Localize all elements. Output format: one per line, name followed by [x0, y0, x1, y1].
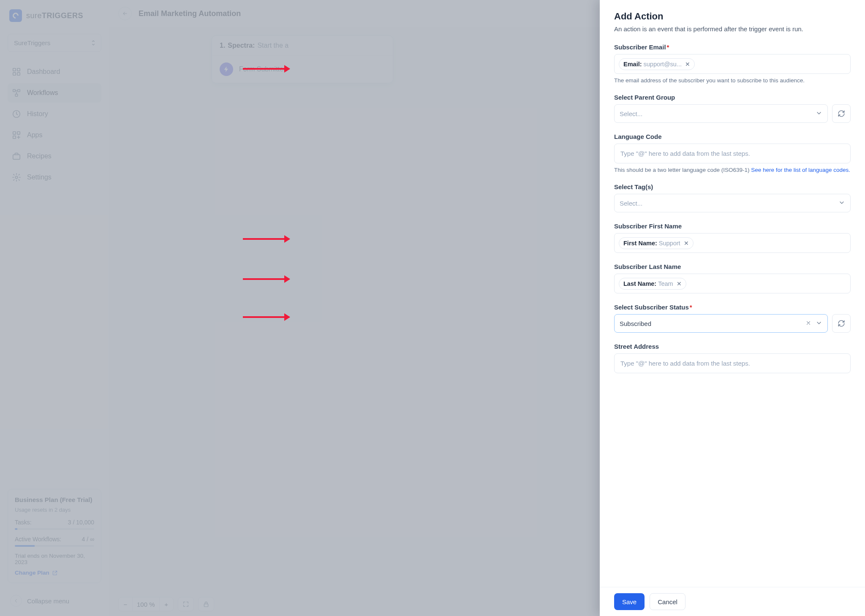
panel-footer: Save Cancel — [600, 587, 865, 616]
pill-remove-icon[interactable]: ✕ — [685, 61, 690, 68]
field-last-name: Subscriber Last Name Last Name: Team ✕ — [614, 263, 851, 293]
chevron-down-icon — [816, 320, 822, 328]
pill-remove-icon[interactable]: ✕ — [684, 240, 689, 247]
label-first-name: Subscriber First Name — [614, 223, 851, 230]
pill-last-name[interactable]: Last Name: Team ✕ — [619, 278, 686, 290]
action-panel: Add Action An action is an event that is… — [600, 0, 865, 616]
label-parent-group: Select Parent Group — [614, 94, 851, 101]
panel-subtitle: An action is an event that is performed … — [614, 25, 851, 33]
pill-first-name[interactable]: First Name: Support ✕ — [619, 237, 694, 249]
chevron-down-icon — [838, 199, 845, 207]
field-subscriber-email: Subscriber Email* Email: support@su... ✕… — [614, 43, 851, 84]
label-last-name: Subscriber Last Name — [614, 263, 851, 270]
select-subscriber-status[interactable]: Subscribed — [614, 314, 828, 333]
field-tags: Select Tag(s) Select... — [614, 183, 851, 212]
input-first-name-text[interactable] — [696, 237, 846, 249]
language-codes-link[interactable]: See here for the list of language codes. — [751, 167, 850, 173]
annotation-arrow — [243, 278, 289, 280]
panel-title: Add Action — [614, 11, 851, 22]
select-tags[interactable]: Select... — [614, 194, 851, 212]
cancel-button[interactable]: Cancel — [650, 593, 685, 610]
input-last-name[interactable]: Last Name: Team ✕ — [614, 274, 851, 293]
label-street: Street Address — [614, 343, 851, 350]
refresh-status-button[interactable] — [832, 314, 851, 333]
label-subscriber-status: Select Subscriber Status* — [614, 304, 851, 311]
annotation-arrow — [243, 316, 289, 318]
field-parent-group: Select Parent Group Select... — [614, 94, 851, 123]
input-last-name-text[interactable] — [689, 277, 846, 290]
input-first-name[interactable]: First Name: Support ✕ — [614, 233, 851, 253]
helper-language-code: This should be a two letter language cod… — [614, 167, 851, 173]
input-street-text[interactable] — [619, 357, 846, 369]
select-parent-group[interactable]: Select... — [614, 104, 828, 123]
field-street: Street Address — [614, 343, 851, 373]
field-language-code: Language Code This should be a two lette… — [614, 133, 851, 173]
input-subscriber-email[interactable]: Email: support@su... ✕ — [614, 54, 851, 74]
annotation-arrow — [243, 68, 289, 70]
input-subscriber-email-text[interactable] — [697, 58, 846, 70]
input-language-code-text[interactable] — [619, 147, 846, 160]
helper-email: The email address of the subscriber you … — [614, 77, 851, 84]
label-tags: Select Tag(s) — [614, 183, 851, 190]
clear-icon[interactable] — [805, 320, 811, 327]
chevron-down-icon — [816, 110, 822, 118]
field-first-name: Subscriber First Name First Name: Suppor… — [614, 223, 851, 253]
save-button[interactable]: Save — [614, 593, 645, 610]
refresh-parent-group-button[interactable] — [832, 104, 851, 123]
input-language-code[interactable] — [614, 144, 851, 163]
pill-remove-icon[interactable]: ✕ — [677, 280, 682, 287]
overlay[interactable] — [0, 0, 600, 616]
field-subscriber-status: Select Subscriber Status* Subscribed — [614, 304, 851, 333]
annotation-arrow — [243, 238, 289, 240]
label-language-code: Language Code — [614, 133, 851, 140]
label-subscriber-email: Subscriber Email* — [614, 43, 851, 51]
input-street[interactable] — [614, 353, 851, 373]
pill-email[interactable]: Email: support@su... ✕ — [619, 58, 695, 70]
